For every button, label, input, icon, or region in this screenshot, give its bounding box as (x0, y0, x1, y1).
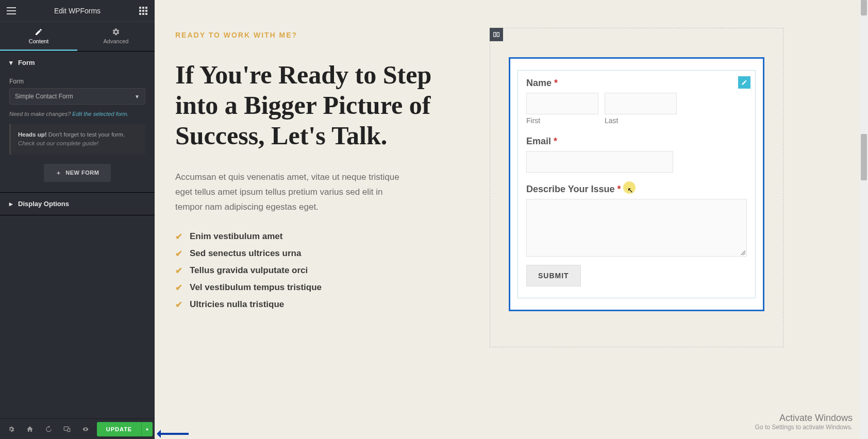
new-form-button[interactable]: ＋ NEW FORM (44, 164, 111, 182)
caret-down-icon: ▾ (9, 59, 13, 66)
caret-down-icon: ▼ (135, 94, 140, 99)
form-field-label: Form (9, 78, 145, 85)
preview-icon[interactable] (76, 419, 95, 440)
content-column: READY TO WORK WITH ME? If You're Ready t… (175, 28, 469, 316)
svg-rect-3 (139, 10, 141, 12)
annotation-arrow (158, 433, 189, 435)
svg-rect-0 (139, 7, 141, 9)
describe-field: Describe Your Issue * ↖ (526, 184, 747, 257)
name-label: Name * (526, 78, 747, 89)
column-handle-icon[interactable] (490, 28, 503, 41)
email-field: Email * (526, 136, 747, 173)
panel-title: Edit WPForms (18, 7, 137, 15)
form-inner: Name * First Last (518, 70, 756, 298)
name-field: Name * First Last (526, 78, 747, 125)
body-paragraph: Accumsan et quis venenatis amet, vitae u… (175, 170, 412, 215)
describe-label: Describe Your Issue * (526, 184, 747, 195)
describe-textarea[interactable] (526, 199, 747, 257)
section-display-title: Display Options (18, 200, 69, 208)
section-form: ▾ Form Form Simple Contact Form ▼ Need t… (0, 52, 155, 193)
cursor-pointer-icon: ↖ (627, 186, 633, 194)
wpforms-widget[interactable]: Name * First Last (490, 28, 783, 347)
scrollbar[interactable] (860, 0, 868, 439)
svg-rect-1 (142, 7, 144, 9)
form-helper-text: Need to make changes? Edit the selected … (9, 111, 145, 117)
update-button[interactable]: UPDATE (97, 422, 141, 436)
eyebrow-text: READY TO WORK WITH ME? (175, 31, 469, 39)
svg-rect-4 (142, 10, 144, 12)
first-sublabel: First (526, 116, 598, 125)
last-name-input[interactable] (605, 93, 677, 114)
feature-list: ✔Enim vestibulum amet ✔Sed senectus ultr… (175, 231, 469, 310)
check-icon: ✔ (175, 265, 182, 276)
responsive-icon[interactable] (58, 419, 76, 440)
apps-grid-icon[interactable] (137, 5, 149, 17)
last-sublabel: Last (605, 116, 677, 125)
editor-sidebar: Edit WPForms Content Advanced ▾ Form For… (0, 0, 155, 439)
section-form-body: Form Simple Contact Form ▼ Need to make … (0, 74, 155, 192)
svg-rect-6 (139, 13, 141, 15)
new-form-label: NEW FORM (65, 170, 99, 176)
sidebar-tabs: Content Advanced (0, 22, 155, 52)
history-icon[interactable] (39, 419, 58, 440)
svg-rect-2 (145, 7, 147, 9)
check-icon: ✔ (175, 282, 182, 293)
check-icon: ✔ (175, 248, 182, 259)
section-display-header[interactable]: ▸ Display Options (0, 193, 155, 215)
list-item: ✔Ultricies nulla tristique (175, 299, 469, 310)
svg-rect-5 (145, 10, 147, 12)
section-display-options: ▸ Display Options (0, 193, 155, 215)
tab-content[interactable]: Content (0, 22, 77, 51)
check-icon: ✔ (175, 231, 182, 242)
svg-rect-10 (68, 428, 70, 431)
form-select-value: Simple Contact Form (15, 93, 73, 100)
resize-handle-icon[interactable] (740, 250, 745, 255)
check-icon: ✔ (175, 299, 182, 310)
svg-rect-8 (145, 13, 147, 15)
update-button-group: UPDATE ▲ (97, 422, 153, 436)
tab-content-label: Content (29, 38, 49, 44)
update-dropdown[interactable]: ▲ (141, 422, 153, 436)
list-item: ✔Tellus gravida vulputate orci (175, 265, 469, 276)
svg-rect-12 (497, 32, 499, 37)
plus-icon: ＋ (56, 169, 62, 177)
tab-advanced[interactable]: Advanced (77, 22, 155, 51)
tab-advanced-label: Advanced (104, 38, 129, 44)
sidebar-footer: UPDATE ▲ (0, 418, 155, 439)
headline: If You're Ready to Step into a Bigger Pi… (175, 60, 433, 151)
edit-widget-icon[interactable] (738, 76, 750, 89)
caret-right-icon: ▸ (9, 200, 13, 208)
form-select[interactable]: Simple Contact Form ▼ (9, 88, 145, 105)
svg-rect-7 (142, 13, 144, 15)
email-input[interactable] (526, 151, 673, 173)
submit-button[interactable]: SUBMIT (526, 265, 581, 286)
settings-icon[interactable] (2, 419, 21, 440)
email-label: Email * (526, 136, 747, 147)
heads-up-notice: Heads up! Don't forget to test your form… (9, 124, 145, 155)
svg-rect-11 (494, 32, 496, 37)
first-name-input[interactable] (526, 93, 598, 114)
section-form-header[interactable]: ▾ Form (0, 52, 155, 74)
sidebar-header: Edit WPForms (0, 0, 155, 22)
list-item: ✔Enim vestibulum amet (175, 231, 469, 242)
scrollbar-thumb[interactable] (861, 134, 867, 180)
list-item: ✔Sed senectus ultrices urna (175, 248, 469, 259)
windows-watermark: Activate Windows Go to Settings to activ… (755, 413, 853, 431)
navigator-icon[interactable] (21, 419, 39, 440)
widget-column: Name * First Last (490, 28, 783, 347)
canvas-inner: READY TO WORK WITH ME? If You're Ready t… (175, 28, 783, 347)
canvas[interactable]: READY TO WORK WITH ME? If You're Ready t… (155, 0, 868, 439)
list-item: ✔Vel vestibulum tempus tristique (175, 282, 469, 293)
edit-selected-form-link[interactable]: Edit the selected form. (72, 111, 128, 117)
section-form-title: Form (18, 59, 35, 66)
form-selected-box[interactable]: Name * First Last (509, 57, 764, 311)
scrollbar-thumb[interactable] (861, 0, 867, 15)
hamburger-icon[interactable] (5, 5, 18, 17)
